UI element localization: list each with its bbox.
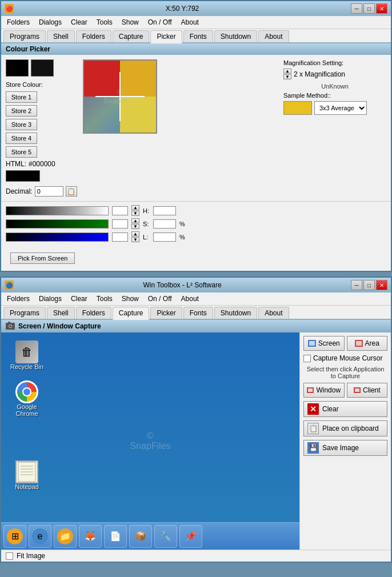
- save-btn-label: Save Image: [322, 444, 359, 452]
- mag-spin-up[interactable]: ▲: [283, 69, 291, 74]
- clipboard-button[interactable]: 📋 Place on clipboard: [303, 420, 387, 436]
- l-spin-up[interactable]: ▲: [131, 231, 139, 237]
- maximize-button-1[interactable]: □: [363, 3, 375, 14]
- sample-method-select[interactable]: 3x3 Average Single Pixel 5x5 Average: [314, 101, 367, 115]
- h-spin-down[interactable]: ▼: [131, 211, 139, 216]
- close-button-1[interactable]: ✕: [376, 3, 387, 14]
- tab-shutdown-1[interactable]: Shutdown: [214, 30, 257, 42]
- fit-image-checkbox[interactable]: [6, 552, 13, 560]
- chrome-icon: [15, 380, 38, 403]
- g-value-box: 0: [112, 219, 128, 229]
- l-input[interactable]: [153, 233, 176, 242]
- screen-icon: [308, 340, 316, 347]
- taskbar-folder[interactable]: 📁: [54, 525, 77, 548]
- l-slider[interactable]: [6, 233, 109, 242]
- menu-about-2[interactable]: About: [178, 294, 202, 304]
- tab-picker-2[interactable]: Picker: [150, 307, 182, 319]
- chrome-icon-item[interactable]: Google Chrome: [7, 378, 47, 419]
- h-input[interactable]: [153, 206, 176, 215]
- store-3-button[interactable]: Store 3: [6, 119, 37, 130]
- tab-folders-1[interactable]: Folders: [76, 30, 111, 42]
- tab-about-1[interactable]: About: [258, 30, 289, 42]
- g-value: 0: [118, 220, 122, 228]
- tab-programs-1[interactable]: Programs: [3, 30, 46, 42]
- html-row: HTML: #000000: [6, 160, 77, 168]
- swatch-dark[interactable]: [31, 59, 54, 77]
- tab-capture-1[interactable]: Capture: [113, 30, 150, 42]
- taskbar-pkg[interactable]: 📦: [129, 525, 152, 548]
- taskbar: ⊞ e 📁 🦊 📄 📦 🔧: [1, 522, 299, 550]
- s-input[interactable]: [153, 219, 176, 229]
- menu-dialogs-2[interactable]: Dialogs: [35, 294, 65, 304]
- s-percent: %: [179, 221, 185, 227]
- taskbar-firefox[interactable]: 🦊: [79, 525, 102, 548]
- h-spin-up[interactable]: ▲: [131, 205, 139, 210]
- store-2-button[interactable]: Store 2: [6, 105, 37, 117]
- tab-capture-2[interactable]: Capture: [113, 307, 150, 320]
- menu-show-2[interactable]: Show: [118, 294, 142, 304]
- minimize-button-2[interactable]: ─: [351, 280, 362, 290]
- recycle-bin-icon-item[interactable]: 🗑 Recycle Bin: [7, 338, 47, 372]
- menu-onoff-1[interactable]: On / Off: [145, 17, 175, 27]
- tab-about-2[interactable]: About: [258, 307, 289, 319]
- clear-button[interactable]: ✕ Clear: [303, 401, 387, 417]
- menu-about-1[interactable]: About: [178, 17, 202, 27]
- save-image-button[interactable]: 💾 Save Image: [303, 440, 387, 456]
- app-icon-2: 🔵: [5, 281, 14, 290]
- decimal-input[interactable]: [35, 186, 63, 197]
- store-5-button[interactable]: Store 5: [6, 146, 37, 158]
- screen-button[interactable]: Screen: [303, 336, 345, 351]
- cursor-checkbox[interactable]: [303, 355, 311, 362]
- camera-icon: [6, 322, 15, 331]
- mag-spin-down[interactable]: ▼: [283, 74, 291, 79]
- tab-programs-2[interactable]: Programs: [3, 307, 46, 319]
- l-label: L:: [143, 234, 150, 241]
- menu-tools-2[interactable]: Tools: [93, 294, 116, 304]
- client-button[interactable]: Client: [347, 383, 388, 398]
- menu-clear-1[interactable]: Clear: [67, 17, 91, 27]
- taskbar-tools[interactable]: 🔧: [154, 525, 177, 548]
- capture-content: 🗑 Recycle Bin Google Chrome: [1, 332, 391, 550]
- menu-dialogs-1[interactable]: Dialogs: [35, 17, 65, 27]
- picker-right: Magnification Setting: ▲ ▼ 2 x Magnifica…: [283, 59, 386, 197]
- tab-shell-1[interactable]: Shell: [47, 30, 75, 42]
- tab-fonts-1[interactable]: Fonts: [183, 30, 213, 42]
- menu-clear-2[interactable]: Clear: [67, 294, 91, 304]
- menu-onoff-2[interactable]: On / Off: [145, 294, 175, 304]
- pick-from-screen-button[interactable]: Pick From Screen: [10, 253, 75, 264]
- window-btn-label: Window: [316, 386, 341, 394]
- cursor-checkbox-row: Capture Mouse Cursor: [303, 354, 387, 362]
- tab-shell-2[interactable]: Shell: [47, 307, 75, 319]
- l-spinners: ▲ ▼: [131, 231, 139, 242]
- taskbar-doc[interactable]: 📄: [104, 525, 127, 548]
- taskbar-start[interactable]: ⊞: [3, 525, 26, 548]
- store-4-button[interactable]: Store 4: [6, 133, 37, 144]
- close-button-2[interactable]: ✕: [376, 280, 387, 290]
- taskbar-ie[interactable]: e: [29, 525, 51, 548]
- minimize-button-1[interactable]: ─: [351, 3, 362, 14]
- sample-row: 3x3 Average Single Pixel 5x5 Average: [283, 101, 386, 115]
- window-button[interactable]: Window: [303, 383, 345, 398]
- copy-button[interactable]: 📋: [66, 186, 77, 197]
- tab-shutdown-2[interactable]: Shutdown: [214, 307, 257, 319]
- s-spin-up[interactable]: ▲: [131, 218, 139, 223]
- screen-area-row: Screen Area: [303, 336, 387, 351]
- s-slider[interactable]: [6, 219, 109, 229]
- tab-picker-1[interactable]: Picker: [150, 30, 182, 43]
- menu-folders-2[interactable]: Folders: [3, 294, 33, 304]
- maximize-button-2[interactable]: □: [363, 280, 375, 290]
- tab-folders-2[interactable]: Folders: [76, 307, 111, 319]
- taskbar-misc[interactable]: 📌: [179, 525, 202, 548]
- chrome-label-line1: Google: [17, 403, 37, 410]
- menu-tools-1[interactable]: Tools: [93, 17, 116, 27]
- menu-folders-1[interactable]: Folders: [3, 17, 33, 27]
- h-slider[interactable]: [6, 206, 109, 215]
- area-button[interactable]: Area: [347, 336, 388, 351]
- s-spin-down[interactable]: ▼: [131, 224, 139, 229]
- notepad-icon-item[interactable]: Notepad: [7, 458, 47, 492]
- swatch-black[interactable]: [6, 59, 29, 77]
- tab-fonts-2[interactable]: Fonts: [183, 307, 213, 319]
- l-spin-down[interactable]: ▼: [131, 237, 139, 242]
- menu-show-1[interactable]: Show: [118, 17, 142, 27]
- store-1-button[interactable]: Store 1: [6, 91, 37, 103]
